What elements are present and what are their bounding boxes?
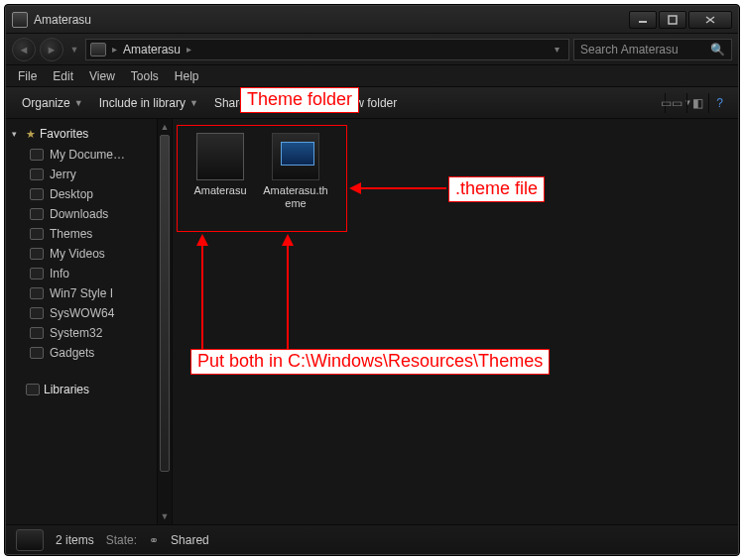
- include-in-library-button[interactable]: Include in library▼: [91, 92, 206, 114]
- breadcrumb-separator: ▸: [112, 44, 117, 55]
- annotation-arrow: [347, 178, 448, 198]
- menu-tools[interactable]: Tools: [123, 67, 167, 85]
- svg-marker-9: [282, 234, 294, 246]
- back-button[interactable]: ◄: [12, 38, 36, 61]
- scroll-up-icon[interactable]: ▲: [158, 119, 172, 135]
- annotation-theme-file-label: .theme file: [448, 176, 545, 202]
- address-folder-icon: [90, 43, 106, 56]
- menu-edit[interactable]: Edit: [45, 67, 81, 85]
- status-item-count: 2 items: [56, 533, 94, 547]
- shared-icon: ⚭: [149, 533, 159, 547]
- maximize-button[interactable]: [659, 11, 686, 29]
- title-bar: Amaterasu: [6, 6, 738, 34]
- sidebar-item-win7-style[interactable]: Win7 Style I: [6, 283, 172, 303]
- sidebar-item-themes[interactable]: Themes: [6, 224, 172, 244]
- close-icon: [704, 15, 716, 25]
- folder-icon: [30, 168, 44, 180]
- view-icon: ▭▭: [661, 96, 682, 110]
- sidebar-item-jerry[interactable]: Jerry: [6, 165, 172, 184]
- maximize-icon: [668, 15, 678, 25]
- navigation-pane: ▾ ★ Favorites My Docume… Jerry Desktop D…: [6, 119, 173, 524]
- favorites-label: Favorites: [40, 127, 88, 141]
- status-bar: 2 items State: ⚭ Shared: [6, 524, 738, 554]
- sidebar-item-desktop[interactable]: Desktop: [6, 184, 172, 204]
- address-bar[interactable]: ▸ Amaterasu ▸ ▾: [85, 39, 569, 60]
- preview-pane-button[interactable]: ◧: [686, 93, 708, 113]
- close-button[interactable]: [688, 11, 732, 29]
- sidebar-item-my-videos[interactable]: My Videos: [6, 244, 172, 264]
- folder-icon: [30, 287, 44, 299]
- window-title: Amaterasu: [34, 13, 629, 27]
- folder-icon: [30, 307, 44, 319]
- search-placeholder: Search Amaterasu: [580, 43, 679, 56]
- status-state-value: Shared: [171, 533, 209, 547]
- sidebar-scrollbar[interactable]: ▲ ▼: [157, 119, 172, 524]
- svg-rect-1: [669, 16, 677, 24]
- scroll-down-icon[interactable]: ▼: [158, 508, 172, 524]
- folder-icon: [30, 327, 44, 339]
- folder-icon: [30, 208, 44, 220]
- annotation-selection-box: [177, 125, 347, 232]
- svg-marker-7: [196, 234, 208, 246]
- favorites-star-icon: ★: [26, 128, 36, 141]
- annotation-theme-folder-label: Theme folder: [240, 87, 359, 113]
- sidebar-item-syswow64[interactable]: SysWOW64: [6, 303, 172, 323]
- collapse-icon: ▾: [12, 129, 22, 139]
- breadcrumb-separator: ▸: [186, 44, 191, 55]
- nav-history-dropdown[interactable]: ▼: [67, 45, 81, 55]
- menu-view[interactable]: View: [81, 67, 123, 85]
- libraries-group[interactable]: ▾ Libraries: [6, 381, 172, 400]
- file-pane[interactable]: Amaterasu Amaterasu.theme Theme folder .…: [173, 119, 738, 524]
- minimize-button[interactable]: [629, 11, 657, 29]
- explorer-window: Amaterasu ◄ ► ▼ ▸ Amaterasu ▸ ▾: [5, 5, 739, 555]
- help-icon: ?: [716, 96, 723, 110]
- forward-button[interactable]: ►: [40, 38, 63, 61]
- annotation-arrow: [278, 232, 298, 351]
- nav-row: ◄ ► ▼ ▸ Amaterasu ▸ ▾ Search Amaterasu 🔍: [6, 34, 738, 65]
- menu-help[interactable]: Help: [167, 67, 207, 85]
- folder-icon: [30, 268, 44, 280]
- back-arrow-icon: ◄: [19, 44, 30, 56]
- sidebar-item-my-documents[interactable]: My Docume…: [6, 145, 172, 165]
- menu-bar: File Edit View Tools Help: [6, 65, 738, 87]
- address-dropdown[interactable]: ▾: [549, 44, 564, 55]
- help-button[interactable]: ?: [708, 93, 730, 113]
- status-state-label: State:: [106, 533, 137, 547]
- annotation-arrow: [192, 232, 212, 351]
- favorites-group[interactable]: ▾ ★ Favorites: [6, 125, 172, 145]
- sidebar-item-downloads[interactable]: Downloads▾: [6, 204, 172, 224]
- scroll-thumb[interactable]: [160, 135, 170, 472]
- folder-icon: [30, 188, 44, 200]
- folder-icon: [30, 248, 44, 260]
- minimize-icon: [638, 15, 648, 25]
- libraries-icon: [26, 384, 40, 395]
- menu-file[interactable]: File: [10, 67, 45, 85]
- search-input[interactable]: Search Amaterasu 🔍: [573, 39, 732, 60]
- preview-pane-icon: ◧: [692, 96, 703, 110]
- organize-button[interactable]: Organize▼: [14, 92, 91, 114]
- status-folder-icon: [16, 529, 44, 551]
- window-folder-icon: [12, 12, 28, 28]
- folder-icon: [30, 149, 44, 161]
- command-bar: Organize▼ Include in library▼ Share with…: [6, 87, 738, 119]
- breadcrumb-folder[interactable]: Amaterasu: [123, 43, 181, 56]
- folder-icon: [30, 228, 44, 240]
- search-icon: 🔍: [710, 43, 725, 56]
- chevron-down-icon: ▼: [74, 98, 83, 108]
- sidebar-item-info[interactable]: Info: [6, 264, 172, 283]
- sidebar-item-gadgets[interactable]: Gadgets: [6, 343, 172, 363]
- forward-arrow-icon: ►: [47, 44, 58, 56]
- svg-marker-5: [349, 182, 361, 194]
- view-options-button[interactable]: ▭▭▼: [665, 93, 686, 113]
- folder-icon: [30, 347, 44, 359]
- chevron-down-icon: ▼: [189, 98, 198, 108]
- libraries-label: Libraries: [44, 383, 89, 396]
- annotation-instruction-label: Put both in C:\Windows\Resources\Themes: [190, 349, 550, 375]
- sidebar-item-system32[interactable]: System32: [6, 323, 172, 343]
